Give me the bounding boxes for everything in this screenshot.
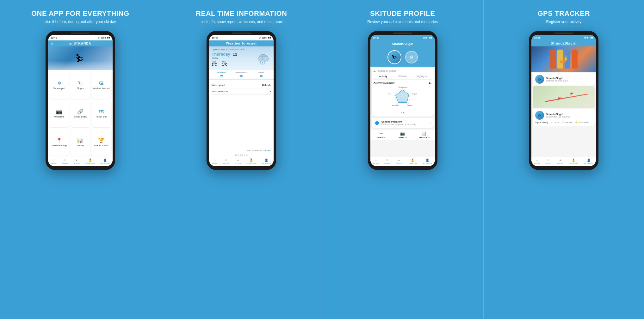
nav4-actions[interactable]: ✦ Actions: [557, 159, 563, 164]
max-temp: 1°C: [212, 63, 217, 66]
list-icon-4: ≡: [548, 159, 549, 162]
svg-rect-3: [260, 61, 261, 63]
nav2-actions[interactable]: ✦ Actions: [235, 159, 241, 164]
action-photos[interactable]: 📷 PHOTOS: [392, 129, 413, 140]
night-weather-icon: 🌧: [259, 74, 263, 78]
phone-frame-3: 10:47 WiFi■■ StrandaSkigirl ⛷ ⚙ ⛰ Powere…: [368, 31, 437, 170]
nav-activity[interactable]: ≡ Activity: [62, 159, 68, 164]
nav-myskitude[interactable]: 👤 My Skitude: [100, 159, 110, 164]
list-icon-3: ≡: [386, 159, 388, 162]
menu-social[interactable]: 🔗 Social media: [70, 100, 90, 127]
nav3-actions[interactable]: ✦ Actions: [396, 159, 402, 164]
phone-frame-4: 10:48 WiFi■■ StrandaSkigirl 👥 🎿 🏔: [529, 31, 598, 170]
dot-2: [238, 154, 239, 156]
menu-resort-plan[interactable]: 🗺 Resort plan: [91, 100, 111, 127]
settings-icon[interactable]: ⚙: [51, 42, 53, 45]
nav3-challenges[interactable]: 🏅 Challenges: [408, 159, 417, 164]
app-header-1: ⚙ ◎ STRANDA: [48, 40, 113, 46]
rdot-2: [403, 112, 404, 113]
nav2-challenges[interactable]: 🏅 Challenges: [246, 159, 256, 164]
person-icon-3: 👤: [425, 159, 429, 162]
period-afternoon[interactable]: AFTERNOON 🌧: [232, 70, 251, 80]
nav2-myskitude[interactable]: 👤 My Skitude: [262, 159, 271, 164]
action-tracks[interactable]: ✏ TRACKS: [370, 129, 392, 140]
menu-leaderboards[interactable]: 🏆 Leader boards: [91, 129, 111, 156]
stat-time: ⏱ 02m 48s: [562, 121, 572, 124]
period-night[interactable]: NIGHT 🌧: [251, 70, 271, 80]
nav4-myskitude[interactable]: 👤 My Skitude: [584, 159, 593, 164]
status-icons-1: ▷ WiFi ■■: [98, 36, 110, 39]
menu-webcams[interactable]: 📷 Webcams: [49, 100, 69, 127]
panel-three-title: SKITUDE PROFILE: [367, 9, 438, 18]
screen-title-2: Weather forecast: [226, 42, 257, 45]
social-label: Social media: [74, 116, 87, 118]
app-header-2: ‹ Weather forecast: [209, 40, 274, 46]
min-temp-group: Min. 1°C: [222, 61, 227, 66]
nav-actions[interactable]: ✦ Actions: [73, 159, 80, 164]
distance-icon: ↔: [550, 121, 553, 124]
phone-screen-1: 10:46 ▷ WiFi ■■ ⚙ ◎ STRANDA ⛷: [48, 35, 113, 166]
nav3-activity[interactable]: ≡ Activity: [384, 159, 390, 164]
panel-four-heading: GPS TRACKER Register your activity: [537, 9, 590, 25]
menu-snow-report[interactable]: ❄ Snow report: [49, 71, 69, 99]
person-icon: 👤: [103, 159, 107, 162]
activity-type: Alpine skiing: [535, 121, 548, 123]
tab-highlights[interactable]: Highlights: [412, 74, 431, 79]
wind-direction-value: S: [269, 90, 271, 93]
period-morning[interactable]: MORNING 🌨: [212, 70, 232, 80]
nav4-activity[interactable]: ≡ Activity: [545, 159, 551, 164]
phone-screen-2: 10:47 ▷WiFi■■ ‹ Weather forecast Updated…: [209, 35, 274, 166]
radar-chart: Resistance Experience Speed Versatility …: [374, 86, 432, 111]
tab-difficulty[interactable]: Difficulty: [393, 74, 412, 79]
wind-speed-label: Wind speed: [212, 84, 225, 87]
activity-card: ⛰ Powered by Skitude Activity Difficulty…: [372, 68, 434, 117]
app-name-1: ◎ STRANDA: [69, 42, 91, 45]
activity-label: Activity: [77, 144, 84, 147]
menu-weather[interactable]: 🌤 Weather forecast: [91, 71, 111, 99]
snowflake-icon: ❄: [57, 80, 61, 86]
home-icon-4: ⌂: [536, 159, 538, 162]
weather-day-num: 12: [233, 52, 237, 57]
tab-activity[interactable]: Activity: [374, 74, 393, 79]
nav-activity-label: Activity: [62, 162, 68, 164]
action-statistics[interactable]: 📊 STATISTICS: [413, 129, 435, 140]
nav3-myskitude[interactable]: 👤 My Skitude: [423, 159, 432, 164]
svg-text:Speed: Speed: [407, 104, 412, 106]
nav4-challenges[interactable]: 🏅 Challenges: [569, 159, 578, 164]
speed-icon: ⚡: [575, 121, 578, 124]
back-icon[interactable]: ‹: [212, 42, 213, 45]
nav-myskitude-label: My Skitude: [100, 162, 110, 164]
menu-slopes[interactable]: ⛷ Slopes: [70, 71, 90, 99]
mountain-icon: ⛰: [374, 70, 376, 72]
nav-resort[interactable]: ⌂ Resort: [51, 159, 57, 164]
trophy-icon: 🏆: [98, 137, 104, 143]
nav-challenges[interactable]: 🏅 Challenges: [85, 159, 95, 164]
nav2-activity[interactable]: ≡ Activity: [223, 159, 229, 164]
weather-icon: 🌤: [99, 81, 104, 86]
webcam-icon: 📷: [56, 109, 62, 115]
menu-interactive-map[interactable]: 📍 Interactive map: [49, 129, 69, 156]
dot-6: [246, 154, 248, 156]
nav3-resort[interactable]: ⌂ Resort: [373, 159, 379, 164]
nav4-resort[interactable]: ⌂ Resort: [534, 159, 540, 164]
radar-dots: [374, 111, 432, 115]
status-bar-1: 10:46 ▷ WiFi ■■: [48, 35, 113, 40]
page-dots: [209, 153, 274, 157]
activity-stats: Alpine skiing ↔ 1,7 km ⏱ 02m 48s ⚡ 35,82…: [535, 121, 592, 124]
nav2-resort[interactable]: ⌂ Resort: [212, 159, 218, 164]
weather-description: Snow: [212, 57, 237, 59]
nav-actions-label: Actions: [73, 162, 80, 164]
status-bar-3: 10:47 WiFi■■: [370, 35, 435, 40]
premium-banner[interactable]: 🔷 Skitude Premium Features that empower …: [372, 118, 434, 128]
profile-screen-content: ⛰ Powered by Skitude Activity Difficulty…: [370, 67, 435, 157]
map-pin-icon: 📍: [56, 137, 62, 143]
map-flag-end: 🚩: [558, 97, 561, 101]
webcams-label: Webcams: [54, 116, 64, 118]
weather-day-row: Thursday 12 Snow Max. 1°C Min.: [212, 52, 271, 68]
gps-screen: 👥 🎿 🏔 🤳 ⛷ StrandaSkigirl: [531, 46, 596, 157]
leaderboards-label: Leader boards: [94, 144, 108, 147]
social-icon: 🔗: [77, 109, 84, 115]
time-4: 10:48: [534, 36, 540, 39]
status-icons-2: ▷WiFi■■: [259, 36, 271, 39]
menu-activity[interactable]: 📊 Activity: [70, 129, 90, 156]
